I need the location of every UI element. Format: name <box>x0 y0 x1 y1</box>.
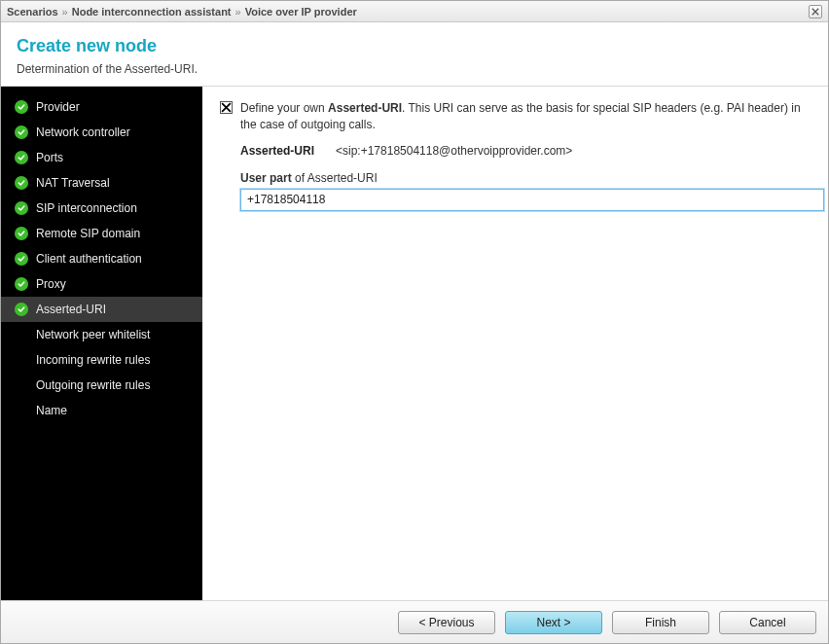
next-button[interactable]: Next > <box>505 611 602 634</box>
asserted-uri-label: Asserted-URI <box>240 144 336 158</box>
wizard-step-label: Ports <box>36 151 63 164</box>
wizard-step[interactable]: Client authentication <box>1 246 202 271</box>
wizard-step[interactable]: Asserted-URI <box>1 297 202 322</box>
titlebar: Scenarios » Node interconnection assista… <box>1 1 828 22</box>
check-circle-icon <box>15 303 28 316</box>
check-circle-icon <box>15 176 28 190</box>
x-mark-icon <box>221 102 232 113</box>
step-bullet <box>15 353 28 367</box>
check-circle-icon <box>15 125 28 139</box>
check-circle-icon <box>15 227 28 240</box>
step-bullet <box>15 328 28 341</box>
dialog-window: Scenarios » Node interconnection assista… <box>0 0 829 644</box>
finish-button[interactable]: Finish <box>612 611 709 634</box>
wizard-step-label: Incoming rewrite rules <box>36 353 150 367</box>
define-asserted-uri-checkbox[interactable] <box>220 101 233 114</box>
footer-buttons: < Previous Next > Finish Cancel <box>1 600 828 643</box>
breadcrumb-b: Node interconnection assistant <box>72 6 232 18</box>
body: ProviderNetwork controllerPortsNAT Trave… <box>1 87 828 600</box>
user-part-input[interactable] <box>240 189 824 211</box>
text-fragment: Define your own <box>240 101 328 115</box>
define-asserted-uri-text: Define your own Asserted-URI. This URI c… <box>240 100 811 134</box>
text-bold: Asserted-URI <box>328 101 402 115</box>
asserted-uri-display: Asserted-URI <sip:+17818504118@othervoip… <box>220 144 811 158</box>
check-circle-icon <box>15 201 28 215</box>
wizard-step[interactable]: Name <box>1 398 202 423</box>
wizard-step[interactable]: Provider <box>1 94 202 120</box>
check-circle-icon <box>15 252 28 266</box>
wizard-step[interactable]: Remote SIP domain <box>1 221 202 246</box>
check-circle-icon <box>15 277 28 291</box>
wizard-step-label: Asserted-URI <box>36 303 106 316</box>
wizard-step[interactable]: Network controller <box>1 120 202 145</box>
breadcrumb-c: Voice over IP provider <box>245 6 357 18</box>
text-fragment: of Asserted-URI <box>292 171 378 185</box>
wizard-step-label: Network peer whitelist <box>36 328 150 341</box>
breadcrumb-a: Scenarios <box>7 6 58 18</box>
check-circle-icon <box>15 100 28 114</box>
wizard-step-label: Outgoing rewrite rules <box>36 378 150 392</box>
text-bold: User part <box>240 171 292 185</box>
page-subtitle: Determination of the Asserted-URI. <box>17 62 812 76</box>
header: Create new node Determination of the Ass… <box>1 22 828 87</box>
wizard-step-label: Name <box>36 404 67 417</box>
content-pane: Define your own Asserted-URI. This URI c… <box>202 87 828 600</box>
page-title: Create new node <box>17 36 812 56</box>
step-bullet <box>15 378 28 392</box>
asserted-uri-value: <sip:+17818504118@othervoipprovider.com> <box>336 144 572 158</box>
wizard-step[interactable]: NAT Traversal <box>1 170 202 196</box>
wizard-step-label: Proxy <box>36 277 66 291</box>
wizard-step-label: SIP interconnection <box>36 201 137 215</box>
wizard-step[interactable]: Incoming rewrite rules <box>1 347 202 373</box>
wizard-step[interactable]: SIP interconnection <box>1 196 202 221</box>
cancel-button[interactable]: Cancel <box>719 611 816 634</box>
breadcrumb-sep: » <box>235 6 241 18</box>
wizard-step[interactable]: Ports <box>1 145 202 170</box>
user-part-label: User part of Asserted-URI <box>220 171 811 185</box>
wizard-step-label: Provider <box>36 100 80 114</box>
previous-button[interactable]: < Previous <box>398 611 495 634</box>
wizard-step-label: Remote SIP domain <box>36 227 140 240</box>
wizard-step-label: NAT Traversal <box>36 176 110 190</box>
wizard-step[interactable]: Network peer whitelist <box>1 322 202 347</box>
wizard-steps-sidebar: ProviderNetwork controllerPortsNAT Trave… <box>1 87 202 600</box>
wizard-step-label: Client authentication <box>36 252 142 266</box>
wizard-step-label: Network controller <box>36 125 130 139</box>
check-circle-icon <box>15 151 28 164</box>
breadcrumb-sep: » <box>62 6 68 18</box>
wizard-step[interactable]: Outgoing rewrite rules <box>1 373 202 398</box>
step-bullet <box>15 404 28 417</box>
close-button[interactable] <box>809 5 822 18</box>
close-icon <box>811 8 819 16</box>
define-asserted-uri-option: Define your own Asserted-URI. This URI c… <box>220 100 811 134</box>
wizard-step[interactable]: Proxy <box>1 271 202 297</box>
